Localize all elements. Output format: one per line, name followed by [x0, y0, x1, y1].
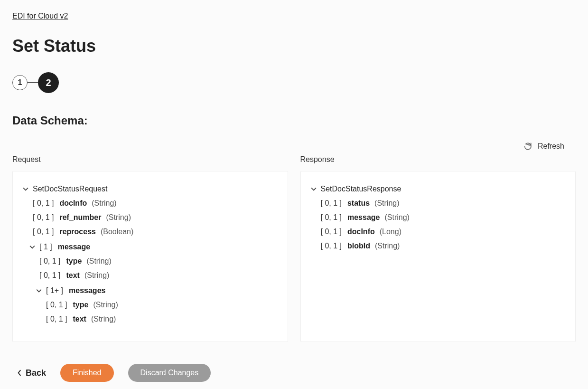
tree-leaf[interactable]: [ 0, 1 ] text (String) — [46, 312, 278, 326]
chevron-left-icon — [17, 370, 22, 376]
tree-node-label: SetDocStatusResponse — [321, 183, 401, 195]
tree-leaf[interactable]: [ 0, 1 ] text (String) — [39, 268, 278, 283]
breadcrumb: EDI for Cloud v2 — [12, 10, 576, 22]
tree-node[interactable]: [ 1 ] message — [29, 240, 278, 254]
response-column: Response SetDocStatusResponse [ 0, 1 ] s… — [300, 154, 576, 342]
discard-changes-button[interactable]: Discard Changes — [128, 364, 211, 382]
tree-node-label: SetDocStatusRequest — [33, 183, 107, 195]
step-1[interactable]: 1 — [12, 75, 28, 90]
step-indicator: 1 2 — [12, 72, 576, 93]
back-button[interactable]: Back — [17, 367, 46, 380]
refresh-label[interactable]: Refresh — [538, 141, 564, 152]
refresh-row: Refresh — [12, 141, 576, 152]
section-heading: Data Schema: — [12, 112, 576, 129]
tree-leaf[interactable]: [ 0, 1 ] type (String) — [39, 254, 278, 268]
tree-node-root[interactable]: SetDocStatusRequest — [22, 182, 278, 196]
tree-leaf[interactable]: [ 0, 1 ] message (String) — [321, 210, 566, 225]
response-label: Response — [300, 154, 576, 165]
page-title: Set Status — [12, 33, 576, 59]
tree-node[interactable]: [ 1+ ] messages — [36, 284, 278, 298]
chevron-down-icon[interactable] — [29, 244, 36, 250]
tree-node-root[interactable]: SetDocStatusResponse — [310, 182, 566, 196]
request-panel: SetDocStatusRequest [ 0, 1 ] docInfo (St… — [12, 171, 288, 342]
refresh-icon[interactable] — [523, 142, 532, 151]
tree-leaf[interactable]: [ 0, 1 ] status (String) — [321, 196, 566, 210]
tree-leaf[interactable]: [ 0, 1 ] docInfo (String) — [33, 196, 278, 210]
tree-leaf[interactable]: [ 0, 1 ] blobId (String) — [321, 239, 566, 253]
tree-leaf[interactable]: [ 0, 1 ] reprocess (Boolean) — [33, 225, 278, 239]
tree-leaf[interactable]: [ 0, 1 ] docInfo (Long) — [321, 225, 566, 239]
finished-button[interactable]: Finished — [60, 364, 113, 382]
response-panel: SetDocStatusResponse [ 0, 1 ] status (St… — [300, 171, 576, 342]
chevron-down-icon[interactable] — [36, 287, 42, 294]
chevron-down-icon[interactable] — [22, 186, 29, 192]
chevron-down-icon[interactable] — [310, 186, 317, 192]
request-column: Request SetDocStatusRequest [ 0, 1 ] doc… — [12, 154, 288, 342]
step-connector — [28, 82, 38, 83]
breadcrumb-link[interactable]: EDI for Cloud v2 — [12, 12, 68, 20]
tree-leaf[interactable]: [ 0, 1 ] type (String) — [46, 298, 278, 312]
request-label: Request — [12, 154, 288, 165]
footer: Back Finished Discard Changes — [12, 364, 576, 382]
step-2[interactable]: 2 — [38, 72, 59, 93]
tree-leaf[interactable]: [ 0, 1 ] ref_number (String) — [33, 210, 278, 225]
